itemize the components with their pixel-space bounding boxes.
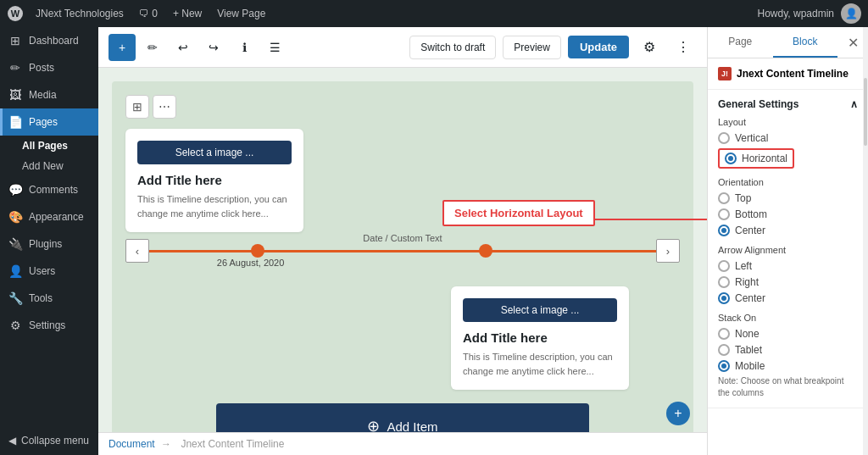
collapse-menu-button[interactable]: ◀ Collapse menu [0, 426, 98, 455]
sidebar-item-comments[interactable]: 💬 Comments [0, 176, 98, 203]
more-options-button[interactable]: ⋮ [670, 34, 697, 61]
bottom-select-image-button[interactable]: Select a image ... [463, 298, 617, 322]
settings-gear-button[interactable]: ⚙ [636, 34, 663, 61]
block-controls: ⊞ ⋯ [125, 95, 680, 119]
plugins-icon: 🔌 [8, 237, 22, 251]
sidebar-item-appearance[interactable]: 🎨 Appearance [0, 203, 98, 230]
breadcrumb-arrow: → [161, 438, 171, 450]
radio-orientation-center-circle [718, 225, 730, 236]
redo-button[interactable]: ↪ [200, 34, 227, 61]
undo-button[interactable]: ↩ [170, 34, 197, 61]
switch-draft-button[interactable]: Switch to draft [409, 36, 496, 59]
sidebar-sub-all-pages[interactable]: All Pages [0, 136, 98, 156]
plugin-name: Jnext Content Timeline [737, 68, 849, 80]
add-block-button[interactable]: + [108, 34, 136, 61]
admin-bar-comments[interactable]: 🗨 0 [136, 8, 161, 19]
tab-page[interactable]: Page [708, 27, 773, 58]
top-select-image-button[interactable]: Select a image ... [137, 141, 292, 164]
orientation-radio-center[interactable]: Center [718, 225, 858, 236]
sidebar-label-posts: Posts [29, 62, 54, 74]
sidebar-item-settings[interactable]: ⚙ Settings [0, 312, 98, 339]
add-block-bottom-button[interactable]: + [666, 402, 690, 425]
arrow-radio-right[interactable]: Right [718, 276, 858, 288]
sidebar-item-pages[interactable]: 📄 Pages [0, 108, 98, 136]
block-grid-button[interactable]: ⊞ [125, 95, 149, 119]
top-card-title: Add Title here [137, 173, 292, 187]
stack-radio-none[interactable]: None [718, 328, 858, 340]
sidebar-item-dashboard[interactable]: ⊞ Dashboard [0, 27, 98, 54]
add-item-button[interactable]: ⊕ Add Item [216, 403, 589, 432]
edit-button[interactable]: ✏ [139, 34, 166, 61]
arrow-left-label: Left [735, 260, 752, 272]
stack-radio-tablet[interactable]: Tablet [718, 344, 858, 356]
admin-bar-right: Howdy, wpadmin 👤 [758, 3, 861, 24]
appearance-icon: 🎨 [8, 210, 22, 224]
layout-horizontal-label: Horizontal [742, 153, 787, 164]
admin-bar-site[interactable]: JNext Technologies [32, 8, 127, 19]
timeline-left-arrow-button[interactable]: ‹ [125, 239, 149, 263]
toolbar-right: Switch to draft Preview Update ⚙ ⋮ [409, 34, 697, 61]
top-cards-row: Select a image ... Add Title here This i… [125, 129, 680, 232]
timeline-line-container: ‹ Date / Custom Text 26 August, 2020 › [125, 239, 680, 263]
breadcrumb-document[interactable]: Document [108, 438, 155, 450]
add-item-label: Add Item [387, 419, 437, 433]
update-button[interactable]: Update [568, 36, 629, 58]
top-timeline-card: Select a image ... Add Title here This i… [125, 129, 303, 232]
sidebar-label-settings: Settings [29, 319, 65, 331]
sidebar-item-posts[interactable]: ✏ Posts [0, 54, 98, 81]
layout-radio-group: Vertical Horizontal [718, 132, 858, 169]
block-more-button[interactable]: ⋯ [153, 95, 176, 119]
sidebar-label-media: Media [29, 89, 57, 101]
sidebar-item-media[interactable]: 🖼 Media [0, 81, 98, 108]
panel-close-button[interactable]: ✕ [841, 31, 865, 54]
stack-on-label: Stack On [718, 313, 858, 323]
tools-icon: 🔧 [8, 291, 22, 305]
orientation-top-label: Top [735, 192, 751, 204]
layout-radio-vertical[interactable]: Vertical [718, 132, 858, 144]
list-view-button[interactable]: ☰ [261, 34, 288, 61]
top-card-desc: This is Timeline description, you can ch… [137, 192, 292, 220]
admin-bar-left: W JNext Technologies 🗨 0 + New View Page [7, 5, 748, 22]
admin-bar: W JNext Technologies 🗨 0 + New View Page… [0, 0, 868, 27]
breadcrumb-page-name: Jnext Content Timeline [181, 438, 284, 450]
admin-bar-view-page[interactable]: View Page [214, 8, 269, 19]
stack-tablet-label: Tablet [735, 344, 762, 356]
admin-bar-new[interactable]: + New [170, 8, 205, 19]
collapse-section-icon[interactable]: ∧ [850, 98, 858, 110]
sidebar-label-users: Users [29, 265, 55, 277]
layout-label: Layout [718, 117, 858, 127]
orientation-center-label: Center [735, 225, 765, 236]
scrollbar-track [863, 27, 868, 455]
arrow-radio-center[interactable]: Center [718, 292, 858, 304]
arrow-right-label: Right [735, 276, 759, 288]
sidebar: ⊞ Dashboard ✏ Posts 🖼 Media 📄 Pages All … [0, 27, 98, 455]
orientation-radio-bottom[interactable]: Bottom [718, 208, 858, 220]
orientation-label: Orientation [718, 177, 858, 187]
timeline-block: ⊞ ⋯ Select a image ... Add Title here Th… [112, 81, 693, 432]
wp-logo-icon: W [7, 5, 24, 22]
scrollbar-thumb[interactable] [864, 78, 867, 146]
svg-text:W: W [11, 8, 20, 19]
bottom-card-title: Add Title here [463, 330, 617, 345]
preview-button[interactable]: Preview [503, 36, 561, 59]
sidebar-item-users[interactable]: 👤 Users [0, 258, 98, 285]
tab-block[interactable]: Block [773, 27, 838, 58]
radio-arrow-left-circle [718, 260, 730, 272]
bottom-timeline-card: Select a image ... Add Title here This i… [451, 286, 629, 390]
radio-stack-tablet-circle [718, 344, 730, 356]
orientation-radio-top[interactable]: Top [718, 192, 858, 204]
arrow-radio-left[interactable]: Left [718, 260, 858, 272]
stack-radio-mobile[interactable]: Mobile [718, 360, 858, 372]
editor-toolbar: + ✏ ↩ ↪ ℹ ☰ Switch to draft Preview Upda… [98, 27, 707, 68]
collapse-arrow-icon: ◀ [8, 435, 16, 447]
add-item-plus-icon: ⊕ [367, 417, 380, 432]
sidebar-sub-add-new[interactable]: Add New [0, 156, 98, 176]
sidebar-item-plugins[interactable]: 🔌 Plugins [0, 230, 98, 258]
pages-icon: 📄 [8, 115, 22, 129]
sidebar-item-tools[interactable]: 🔧 Tools [0, 285, 98, 312]
users-icon: 👤 [8, 264, 22, 278]
layout-radio-horizontal[interactable]: Horizontal [718, 148, 858, 169]
stack-note: Note: Choose on what breakpoint the colu… [718, 375, 858, 399]
timeline-right-arrow-button[interactable]: › [656, 239, 680, 263]
info-button[interactable]: ℹ [231, 34, 258, 61]
